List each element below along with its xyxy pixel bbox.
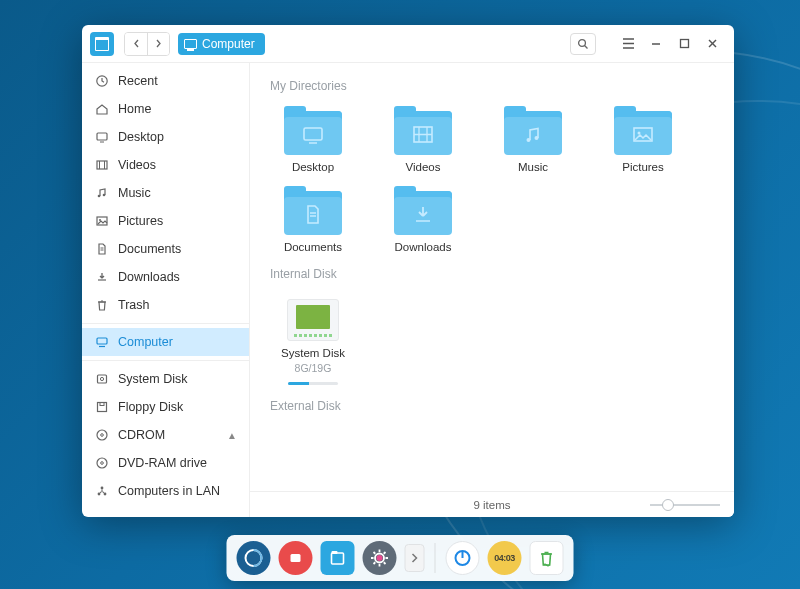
zoom-track <box>650 504 720 506</box>
nav-buttons <box>124 32 170 56</box>
folder-documents[interactable]: Documents <box>270 187 356 257</box>
hamburger-icon <box>622 38 635 49</box>
sidebar-item-pictures[interactable]: Pictures <box>82 207 249 235</box>
sidebar-item-home[interactable]: Home <box>82 95 249 123</box>
sidebar-item-label: Pictures <box>118 214 163 228</box>
sidebar-item-downloads[interactable]: Downloads <box>82 263 249 291</box>
folder-pictures[interactable]: Pictures <box>600 107 686 177</box>
dock-settings[interactable] <box>363 541 397 575</box>
svg-rect-28 <box>100 403 104 406</box>
cd-icon <box>94 456 109 471</box>
content-area: My DirectoriesDesktopVideosMusicPictures… <box>250 63 734 517</box>
zoom-slider[interactable] <box>650 504 720 506</box>
close-icon <box>707 38 718 49</box>
sidebar-item-music[interactable]: Music <box>82 179 249 207</box>
svg-line-54 <box>384 552 386 554</box>
sidebar-item-label: Trash <box>118 298 150 312</box>
dock-separator <box>435 543 436 573</box>
sidebar-separator <box>82 360 249 361</box>
sidebar-item-label: Computer <box>118 335 173 349</box>
svg-point-43 <box>535 136 539 140</box>
svg-point-31 <box>97 458 107 468</box>
chevron-right-icon <box>411 553 419 563</box>
svg-line-58 <box>373 562 375 564</box>
maximize-button[interactable] <box>670 30 698 58</box>
svg-rect-6 <box>680 40 688 48</box>
disk-usage-label: 8G/19G <box>295 362 332 374</box>
chevron-right-icon <box>155 39 162 48</box>
home-icon <box>94 102 109 117</box>
back-button[interactable] <box>125 33 147 55</box>
sidebar-item-label: Music <box>118 186 151 200</box>
sidebar-item-documents[interactable]: Documents <box>82 235 249 263</box>
minimize-button[interactable] <box>642 30 670 58</box>
section-header: External Disk <box>270 399 714 413</box>
item-label: Desktop <box>292 161 334 173</box>
svg-point-26 <box>100 377 103 380</box>
disk-usage-bar <box>288 382 338 385</box>
sidebar-item-computer[interactable]: Computer <box>82 328 249 356</box>
sidebar-item-videos[interactable]: Videos <box>82 151 249 179</box>
clock-text: 04:03 <box>494 553 515 563</box>
file-manager-window: Computer RecentHomeDesktopVideosMusicPic… <box>82 25 734 517</box>
dock-power[interactable] <box>446 541 480 575</box>
network-icon <box>94 484 109 499</box>
dock-trash[interactable] <box>530 541 564 575</box>
download-icon <box>94 270 109 285</box>
rec-icon <box>284 546 308 570</box>
eject-icon[interactable]: ▲ <box>227 430 237 441</box>
computer-icon <box>94 335 109 350</box>
svg-point-34 <box>103 493 106 496</box>
sidebar-item-recent[interactable]: Recent <box>82 67 249 95</box>
dock-launcher[interactable] <box>237 541 271 575</box>
forward-button[interactable] <box>147 33 169 55</box>
svg-rect-49 <box>291 554 301 562</box>
dock-clock[interactable]: 04:03 <box>488 541 522 575</box>
search-button[interactable] <box>570 33 596 55</box>
disk-system-disk[interactable]: System Disk8G/19G <box>270 295 356 389</box>
svg-rect-23 <box>97 338 107 344</box>
dock-expand-button[interactable] <box>405 544 425 572</box>
svg-rect-25 <box>97 375 106 383</box>
sidebar-item-label: Floppy Disk <box>118 400 183 414</box>
trashcan-icon <box>535 546 559 570</box>
document-icon <box>94 242 109 257</box>
zoom-thumb[interactable] <box>662 499 674 511</box>
sidebar-item-system-disk[interactable]: System Disk <box>82 365 249 393</box>
svg-point-33 <box>97 493 100 496</box>
cd-icon <box>94 428 109 443</box>
sidebar-item-dvd-ram-drive[interactable]: DVD-RAM drive <box>82 449 249 477</box>
computer-icon <box>184 39 197 49</box>
dock-filemanager[interactable] <box>321 541 355 575</box>
item-label: System Disk <box>281 347 345 359</box>
folder-videos[interactable]: Videos <box>380 107 466 177</box>
window-body: RecentHomeDesktopVideosMusicPicturesDocu… <box>82 63 734 517</box>
dock: 04:03 <box>227 535 574 581</box>
folder-icon <box>284 111 342 155</box>
dock-recorder[interactable] <box>279 541 313 575</box>
swirl-icon <box>242 546 266 570</box>
sidebar-item-cdrom[interactable]: CDROM▲ <box>82 421 249 449</box>
sidebar-item-label: Videos <box>118 158 156 172</box>
sidebar-item-computers-in-lan[interactable]: Computers in LAN <box>82 477 249 505</box>
sidebar-item-desktop[interactable]: Desktop <box>82 123 249 151</box>
svg-line-56 <box>384 562 386 564</box>
music-icon <box>94 186 109 201</box>
svg-point-16 <box>102 194 105 197</box>
location-chip[interactable]: Computer <box>178 33 265 55</box>
folder-music[interactable]: Music <box>490 107 576 177</box>
folder-icon <box>504 111 562 155</box>
svg-rect-36 <box>304 128 322 140</box>
statusbar: 9 items <box>250 491 734 517</box>
sidebar: RecentHomeDesktopVideosMusicPicturesDocu… <box>82 63 250 517</box>
section-header: My Directories <box>270 79 714 93</box>
clock-icon <box>94 74 109 89</box>
menu-button[interactable] <box>614 30 642 58</box>
item-label: Pictures <box>622 161 664 173</box>
sidebar-item-trash[interactable]: Trash <box>82 291 249 319</box>
item-label: Documents <box>284 241 342 253</box>
folder-downloads[interactable]: Downloads <box>380 187 466 257</box>
close-button[interactable] <box>698 30 726 58</box>
folder-desktop[interactable]: Desktop <box>270 107 356 177</box>
sidebar-item-floppy-disk[interactable]: Floppy Disk <box>82 393 249 421</box>
